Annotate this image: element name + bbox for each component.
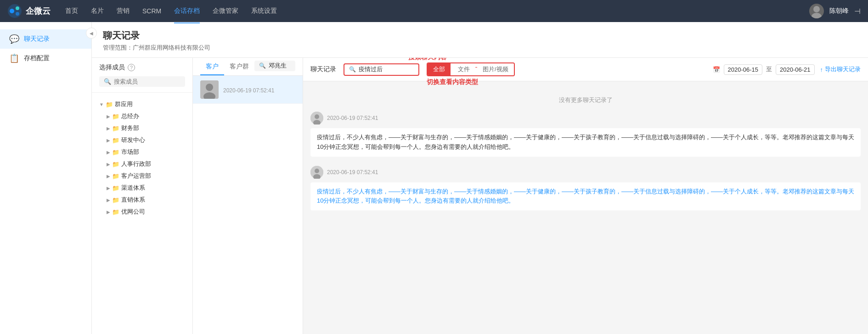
message-avatar-0 [310, 112, 323, 125]
customer-search-area: 🔍 [254, 58, 295, 75]
customer-search-input[interactable] [269, 62, 291, 69]
chat-records-icon: 💬 [9, 34, 19, 44]
search-annotation-label: 搜索聊天内容 [408, 58, 447, 62]
svg-point-3 [16, 12, 19, 16]
chat-toolbar: 聊天记录 🔍 搜索聊天内容 [303, 58, 868, 81]
svg-point-1 [10, 9, 14, 13]
chat-panel: 聊天记录 🔍 搜索聊天内容 [303, 58, 868, 334]
tree-node-5[interactable]: ▶ 📁 客户运营部 [107, 170, 185, 182]
tree-node-1[interactable]: ▶ 📁 财务部 [107, 122, 185, 134]
svg-point-7 [206, 84, 213, 91]
search-annotation-area: 🔍 搜索聊天内容 [344, 63, 419, 76]
date-separator: 至 [766, 65, 772, 74]
customer-item-0[interactable]: 2020-06-19 07:52:41 [193, 76, 303, 104]
tree-expand-icon: ▼ [99, 102, 104, 107]
date-range: 📅 2020-06-15 至 2020-06-21 [713, 64, 815, 75]
filter-tab-all[interactable]: 全部 [428, 63, 451, 75]
tab-customer[interactable]: 客户 [200, 58, 224, 75]
message-content-0: 疫情过后，不少人有焦虑，——关于财富与生存的，——关于情感婚姻的，——关于健康的… [310, 128, 861, 157]
tree-node-7[interactable]: ▶ 📁 直销体系 [107, 194, 185, 206]
message-meta-0: 2020-06-19 07:52:41 [310, 112, 861, 125]
tree-root-group: ▼ 📁 群应用 ▶ 📁 总经办 ▶ � [92, 96, 192, 220]
message-time-1: 2020-06-19 07:52:41 [327, 169, 378, 175]
filter-tab-file[interactable]: 文件 [452, 63, 475, 75]
tree-arrow-2: ▶ [107, 138, 110, 143]
export-button[interactable]: ↑ 导出聊天记录 [820, 65, 861, 74]
avatar-image [809, 4, 824, 18]
chat-search-box[interactable]: 🔍 [344, 63, 419, 76]
member-help-icon[interactable]: ? [128, 64, 135, 71]
message-meta-1: 2020-06-19 07:52:41 [310, 166, 861, 179]
tree-arrow-6: ▶ [107, 186, 110, 191]
nav-chat-archive[interactable]: 会话存档 [174, 5, 200, 17]
nav-marketing[interactable]: 营销 [117, 5, 130, 17]
inner-layout: 选择成员 ? 🔍 ▼ 📁 群应用 [92, 58, 868, 334]
nav-enterprise-housekeeper[interactable]: 企微管家 [213, 5, 238, 17]
nav-scrm[interactable]: SCRM [142, 6, 161, 17]
member-panel-header: 选择成员 ? 🔍 [92, 58, 192, 93]
tree-children: ▶ 📁 总经办 ▶ 📁 财务部 ▶ 📁 [99, 110, 185, 218]
filter-annotation-area: 全部 文件 图片/视频 切换查看内容类型 [427, 62, 515, 76]
nav-home[interactable]: 首页 [65, 5, 78, 17]
svg-point-4 [813, 6, 820, 12]
sidebar-item-chat-records[interactable]: 💬 聊天记录 [0, 29, 91, 49]
logout-icon[interactable]: ⊣ [854, 7, 861, 16]
tree-node-0[interactable]: ▶ 📁 总经办 [107, 110, 185, 122]
export-icon: ↑ [820, 66, 823, 73]
no-more-records-label: 没有更多聊天记录了 [310, 89, 861, 112]
tree-node-6[interactable]: ▶ 📁 渠道体系 [107, 182, 185, 194]
tree-root-label[interactable]: ▼ 📁 群应用 [99, 98, 185, 110]
logo-icon [7, 4, 22, 18]
member-panel-title: 选择成员 ? [99, 63, 185, 72]
member-panel: 选择成员 ? 🔍 ▼ 📁 群应用 [92, 58, 193, 334]
svg-point-5 [812, 13, 822, 18]
sidebar-collapse-button[interactable]: ◀ [86, 28, 97, 39]
customer-list: 2020-06-19 07:52:41 [193, 76, 303, 334]
tree-arrow-8: ▶ [107, 209, 110, 215]
customer-time-0: 2020-06-19 07:52:41 [223, 87, 295, 94]
message-time-0: 2020-06-19 07:52:41 [327, 115, 378, 121]
tree-arrow-5: ▶ [107, 174, 110, 179]
chat-search-icon: 🔍 [349, 66, 356, 73]
nav-card[interactable]: 名片 [91, 5, 104, 17]
date-from-input[interactable]: 2020-06-15 [724, 64, 763, 75]
message-content-1: 疫情过后，不少人有焦虑，——关于财富与生存的，——关于情感婚姻的，——关于健康的… [310, 182, 861, 211]
tab-customer-group[interactable]: 客户群 [224, 58, 254, 75]
user-name: 陈朝峰 [829, 7, 849, 15]
tree-arrow-1: ▶ [107, 126, 110, 131]
svg-point-10 [315, 114, 319, 119]
sidebar-item-archive-config[interactable]: 📋 存档配置 [0, 49, 91, 68]
customer-avatar-0 [200, 80, 219, 99]
top-navigation: 企微云 首页 名片 营销 SCRM 会话存档 企微管家 系统设置 陈朝峰 ⊣ [0, 0, 868, 22]
chat-search-input[interactable] [359, 66, 414, 73]
member-tree: ▼ 📁 群应用 ▶ 📁 总经办 ▶ � [92, 93, 192, 334]
chat-messages: 没有更多聊天记录了 2020-06-19 07:52:41 [303, 81, 868, 334]
filter-tab-media[interactable]: 图片/视频 [477, 63, 514, 75]
logo[interactable]: 企微云 [7, 4, 51, 18]
tree-arrow-7: ▶ [107, 198, 110, 203]
tree-arrow-4: ▶ [107, 162, 110, 167]
customer-tabs: 客户 客户群 🔍 [193, 58, 303, 76]
tree-node-4[interactable]: ▶ 📁 人事行政部 [107, 158, 185, 170]
svg-point-2 [16, 6, 19, 10]
folder-icon: 📁 [106, 101, 113, 108]
filter-annotation-label: 切换查看内容类型 [427, 78, 478, 86]
nav-system-settings[interactable]: 系统设置 [251, 5, 277, 17]
customer-search-box[interactable]: 🔍 [254, 61, 295, 71]
member-search-box[interactable]: 🔍 [99, 76, 185, 87]
tree-node-3[interactable]: ▶ 📁 市场部 [107, 146, 185, 158]
logo-text: 企微云 [26, 6, 51, 17]
customer-panel: 客户 客户群 🔍 [193, 58, 303, 334]
tree-node-2[interactable]: ▶ 📁 研发中心 [107, 134, 185, 146]
date-to-input[interactable]: 2020-06-21 [776, 64, 815, 75]
tree-arrow-3: ▶ [107, 150, 110, 155]
calendar-icon: 📅 [713, 66, 720, 73]
avatar[interactable] [809, 4, 824, 18]
nav-items: 首页 名片 营销 SCRM 会话存档 企微管家 系统设置 [65, 5, 809, 17]
page-subtitle: 管理范围：广州群应用网络科技有限公司 [103, 44, 857, 52]
message-block-0: 2020-06-19 07:52:41 疫情过后，不少人有焦虑，——关于财富与生… [310, 112, 861, 157]
tree-node-8[interactable]: ▶ 📁 优网公司 [107, 206, 185, 218]
chat-toolbar-title: 聊天记录 [310, 65, 336, 74]
member-search-input[interactable] [114, 78, 180, 85]
tree-arrow-0: ▶ [107, 114, 110, 119]
